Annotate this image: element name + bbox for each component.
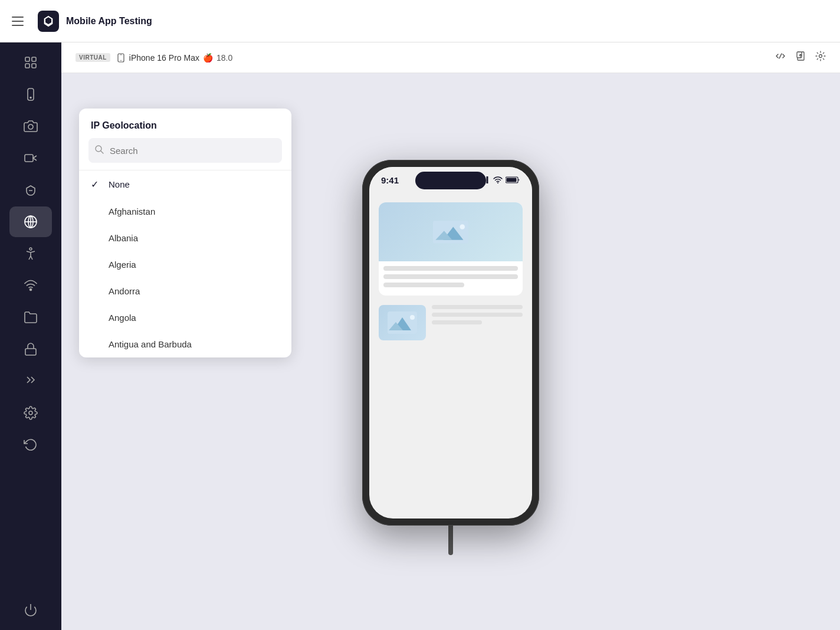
phone-text-lines-small xyxy=(432,305,523,328)
phone-card-large xyxy=(379,202,523,296)
text-line xyxy=(432,313,523,317)
wifi-icon xyxy=(493,176,503,183)
svg-point-18 xyxy=(29,248,32,250)
svg-point-19 xyxy=(30,289,32,291)
upload-icon[interactable] xyxy=(795,51,806,64)
phone-screen: 9:41 xyxy=(369,167,532,519)
svg-point-34 xyxy=(460,224,465,229)
app-title: Mobile App Testing xyxy=(66,16,152,27)
sidebar-item-app[interactable] xyxy=(9,47,52,78)
sidebar-item-debug[interactable] xyxy=(9,175,52,205)
phone-text-lines-large xyxy=(379,261,523,296)
sidebar-item-video[interactable] xyxy=(9,143,52,173)
list-item[interactable]: Andorra xyxy=(79,278,291,304)
svg-rect-13 xyxy=(25,155,33,162)
battery-icon xyxy=(506,176,520,183)
sidebar-item-accessibility[interactable] xyxy=(9,238,52,269)
text-line xyxy=(383,266,518,271)
mountain-small-icon xyxy=(388,311,417,334)
svg-point-11 xyxy=(30,97,31,99)
logo-icon xyxy=(42,15,55,28)
svg-rect-30 xyxy=(507,178,517,182)
text-line-short xyxy=(383,283,464,287)
svg-point-1 xyxy=(120,60,122,61)
code-icon[interactable] xyxy=(775,51,786,64)
svg-rect-6 xyxy=(25,57,29,61)
geo-country-list: ✓ None Afghanistan Albania Algeria Andor… xyxy=(79,170,291,357)
device-info: VIRTUAL iPhone 16 Pro Max 🍎 18.0 xyxy=(76,53,232,63)
svg-line-23 xyxy=(101,151,103,153)
svg-line-3 xyxy=(779,54,782,58)
text-line-short xyxy=(432,320,482,324)
phone-image-large xyxy=(379,202,523,261)
svg-rect-27 xyxy=(487,176,488,183)
phone-cable xyxy=(448,526,453,555)
phone-card-small xyxy=(379,305,523,340)
sidebar-item-settings[interactable] xyxy=(9,398,52,428)
sidebar-item-network[interactable] xyxy=(9,270,52,301)
main-content: IP Geolocation ✓ None Afghanis xyxy=(61,73,840,630)
sidebar-item-location[interactable] xyxy=(9,206,52,237)
mountain-image-icon xyxy=(433,219,468,245)
svg-rect-20 xyxy=(25,349,36,355)
menu-button[interactable] xyxy=(12,12,31,31)
sidebar-item-auth[interactable] xyxy=(9,334,52,365)
virtual-badge: VIRTUAL xyxy=(76,53,110,62)
sidebar-item-power[interactable] xyxy=(9,595,52,625)
svg-point-22 xyxy=(96,146,101,152)
phone-notch xyxy=(415,172,486,189)
svg-point-5 xyxy=(819,55,822,58)
sidebar-item-device[interactable] xyxy=(9,79,52,110)
search-icon xyxy=(95,145,104,156)
svg-rect-9 xyxy=(32,64,36,68)
list-item[interactable]: Afghanistan xyxy=(79,198,291,225)
geo-search-wrap xyxy=(79,138,291,170)
phone-outer-frame: 9:41 xyxy=(362,160,539,526)
text-line xyxy=(432,305,523,309)
sidebar-item-motion[interactable] xyxy=(9,366,52,396)
text-line xyxy=(383,274,518,279)
sidebar-item-camera[interactable] xyxy=(9,111,52,142)
phone-image-small xyxy=(379,305,426,340)
list-item[interactable]: Algeria xyxy=(79,251,291,278)
geo-panel-title: IP Geolocation xyxy=(79,109,291,138)
list-item[interactable]: Antigua and Barbuda xyxy=(79,331,291,357)
sidebar-item-sync[interactable] xyxy=(9,429,52,460)
svg-point-21 xyxy=(29,411,32,415)
phone-time: 9:41 xyxy=(381,175,399,185)
app-logo xyxy=(38,11,59,32)
top-bar: Mobile App Testing xyxy=(0,0,840,42)
svg-point-28 xyxy=(497,182,498,183)
list-item[interactable]: ✓ None xyxy=(79,170,291,198)
svg-rect-8 xyxy=(25,64,29,68)
svg-rect-7 xyxy=(32,57,36,61)
list-item[interactable]: Angola xyxy=(79,304,291,331)
device-bar: VIRTUAL iPhone 16 Pro Max 🍎 18.0 xyxy=(61,42,840,73)
device-bar-actions xyxy=(775,51,826,64)
search-input[interactable] xyxy=(88,138,282,163)
phone-icon xyxy=(116,53,126,63)
list-item[interactable]: Albania xyxy=(79,225,291,251)
phone-status-bar: 9:41 xyxy=(369,167,532,193)
sidebar xyxy=(0,42,61,630)
svg-point-38 xyxy=(410,315,415,320)
geo-search-container xyxy=(88,138,282,163)
phone-content xyxy=(369,193,532,350)
sidebar-item-files[interactable] xyxy=(9,302,52,333)
geo-panel: IP Geolocation ✓ None Afghanis xyxy=(79,109,291,357)
settings-icon[interactable] xyxy=(815,51,826,64)
device-name: iPhone 16 Pro Max 🍎 18.0 xyxy=(116,53,232,63)
phone-mockup: 9:41 xyxy=(362,160,539,555)
svg-rect-2 xyxy=(120,54,122,55)
svg-point-12 xyxy=(28,124,33,129)
check-icon: ✓ xyxy=(91,179,101,190)
